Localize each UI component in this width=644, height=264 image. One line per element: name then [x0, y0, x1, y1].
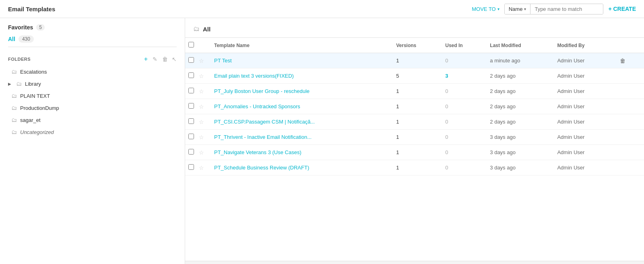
used-in-value: 0 — [445, 149, 448, 155]
edit-folder-button[interactable]: ✎ — [152, 56, 158, 62]
row-template-name-cell: PT_Anomalies - Untracked Sponsors — [209, 99, 391, 114]
row-modified-by-cell: Admin User — [552, 130, 613, 145]
row-checkbox[interactable] — [188, 72, 194, 78]
favorite-star-icon[interactable]: ☆ — [199, 103, 204, 110]
row-actions-cell: 🗑 — [613, 84, 644, 99]
table-row: ☆ PT_CSI.CSP.Passagem CSM | Notificaçã..… — [185, 114, 644, 130]
all-button[interactable]: All — [8, 36, 15, 42]
template-name-link[interactable]: PT_Thrivent - Inactive Email Notificatio… — [214, 134, 312, 140]
favorite-star-icon[interactable]: ☆ — [199, 119, 204, 125]
row-checkbox-cell — [185, 114, 197, 130]
folder-item-escalations[interactable]: 🗂 Escalations — [8, 66, 177, 78]
row-versions-cell: 1 — [391, 130, 440, 145]
header-right: MOVE TO ▾ Name ▾ + CREATE — [472, 4, 636, 14]
folder-name: Uncategorized — [20, 129, 54, 135]
folders-header: FOLDERS + ✎ 🗑 ↖ — [4, 51, 181, 66]
favorite-star-icon[interactable]: ☆ — [199, 165, 204, 171]
app-header: Email Templates MOVE TO ▾ Name ▾ + CREAT… — [0, 0, 644, 18]
row-versions-cell: 1 — [391, 84, 440, 99]
folder-item-uncategorized[interactable]: 🗂 Uncategorized — [8, 126, 177, 138]
favorites-badge: 5 — [36, 24, 45, 31]
row-checkbox-cell — [185, 145, 197, 160]
template-name-link[interactable]: Email plain text 3 versions(FIXED) — [214, 73, 294, 79]
template-name-link[interactable]: PT_CSI.CSP.Passagem CSM | Notificaçã... — [214, 119, 315, 125]
template-name-link[interactable]: PT Test — [214, 58, 232, 64]
filter-name-dropdown[interactable]: Name ▾ — [505, 4, 531, 14]
folder-icon: 🗂 — [16, 80, 22, 87]
sidebar: Favorites 5 All 430 FOLDERS + ✎ 🗑 ↖ — [0, 18, 185, 264]
folder-item-library[interactable]: ▶ 🗂 Library — [8, 78, 177, 90]
row-checkbox[interactable] — [188, 118, 194, 124]
favorites-row: Favorites 5 — [8, 24, 177, 31]
content-panel: 🗂 All Template Name Versions Used In — [185, 18, 644, 264]
row-actions-cell: 🗑 — [613, 99, 644, 114]
filter-name-label: Name — [509, 6, 523, 12]
row-star-cell: ☆ — [197, 68, 209, 84]
template-name-link[interactable]: PT_July Boston User Group - reschedule — [214, 88, 310, 94]
row-checkbox[interactable] — [188, 103, 194, 109]
used-in-header: Used In — [440, 38, 485, 53]
row-modified-by-cell: Admin User — [552, 84, 613, 99]
row-used-in-cell: 0 — [440, 84, 485, 99]
delete-row-button[interactable]: 🗑 — [618, 58, 627, 64]
row-actions-cell: 🗑 — [613, 68, 644, 84]
cursor-indicator: ↖ — [172, 56, 177, 62]
delete-folder-button[interactable]: 🗑 — [161, 56, 169, 62]
favorite-star-icon[interactable]: ☆ — [199, 149, 204, 156]
actions-header — [613, 38, 644, 53]
row-checkbox[interactable] — [188, 134, 194, 139]
filter-input[interactable] — [530, 4, 603, 14]
folder-icon: 🗂 — [11, 93, 17, 99]
row-actions-cell: 🗑 — [613, 114, 644, 130]
row-used-in-cell: 0 — [440, 114, 485, 130]
folder-icon: 🗂 — [11, 105, 17, 111]
favorite-star-icon[interactable]: ☆ — [199, 134, 204, 140]
folder-item-sagar-et[interactable]: 🗂 sagar_et — [8, 114, 177, 126]
row-versions-cell: 1 — [391, 160, 440, 175]
row-last-modified-cell: 2 days ago — [485, 68, 552, 84]
move-to-button[interactable]: MOVE TO ▾ — [472, 6, 499, 12]
template-name-header: Template Name — [209, 38, 391, 53]
used-in-value: 0 — [445, 119, 448, 125]
used-in-value: 0 — [445, 88, 448, 94]
row-versions-cell: 1 — [391, 99, 440, 114]
favorite-star-icon[interactable]: ☆ — [199, 58, 204, 64]
row-modified-by-cell: Admin User — [552, 99, 613, 114]
folder-item-productiondump[interactable]: 🗂 ProductionDump — [8, 102, 177, 114]
template-name-link[interactable]: PT_Anomalies - Untracked Sponsors — [214, 103, 300, 109]
row-modified-by-cell: Admin User — [552, 160, 613, 175]
row-versions-cell: 5 — [391, 68, 440, 84]
templates-table: Template Name Versions Used In Last Modi… — [185, 38, 644, 175]
folder-expand-icon: ▶ — [8, 82, 11, 86]
used-in-value: 0 — [445, 103, 448, 109]
row-checkbox[interactable] — [188, 57, 194, 63]
page-title: Email Templates — [8, 6, 55, 12]
row-modified-by-cell: Admin User — [552, 114, 613, 130]
row-checkbox[interactable] — [188, 164, 194, 170]
favorite-star-icon[interactable]: ☆ — [199, 73, 204, 79]
content-heading: All — [203, 26, 211, 33]
template-name-link[interactable]: PT_Schedule Business Review (DRAFT) — [214, 165, 309, 171]
row-template-name-cell: PT_CSI.CSP.Passagem CSM | Notificaçã... — [209, 114, 391, 130]
bottom-scrollbar[interactable] — [185, 261, 644, 264]
row-used-in-cell: 0 — [440, 145, 485, 160]
star-header — [197, 38, 209, 53]
row-checkbox[interactable] — [188, 88, 194, 93]
row-checkbox-cell — [185, 130, 197, 145]
select-all-checkbox[interactable] — [188, 42, 194, 47]
row-template-name-cell: PT_Thrivent - Inactive Email Notificatio… — [209, 130, 391, 145]
folder-name: PLAIN TEXT — [20, 93, 50, 99]
row-checkbox-cell — [185, 84, 197, 99]
folder-item-plain-text[interactable]: 🗂 PLAIN TEXT — [8, 90, 177, 102]
template-name-link[interactable]: PT_Navigate Veterans 3 (Use Cases) — [214, 149, 301, 155]
folder-icon: 🗂 — [11, 68, 17, 75]
row-actions-cell: 🗑 — [613, 145, 644, 160]
folder-list: 🗂 Escalations ▶ 🗂 Library 🗂 PLAIN TEXT 🗂 — [4, 66, 181, 138]
table-container: Template Name Versions Used In Last Modi… — [185, 38, 644, 261]
row-checkbox[interactable] — [188, 149, 194, 155]
favorite-star-icon[interactable]: ☆ — [199, 88, 204, 95]
create-button[interactable]: + CREATE — [608, 6, 636, 12]
folder-name: ProductionDump — [20, 105, 59, 111]
row-checkbox-cell — [185, 99, 197, 114]
add-folder-button[interactable]: + — [143, 56, 149, 62]
